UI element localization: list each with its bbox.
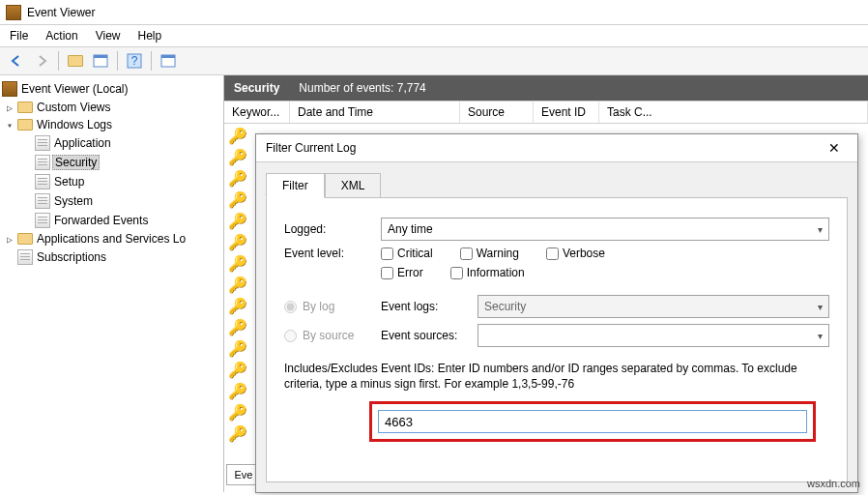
log-icon (35, 193, 50, 209)
toolbar: ? (0, 47, 868, 75)
key-icon: 🔑 (228, 383, 246, 400)
folder-icon (17, 119, 33, 131)
tree-subscriptions[interactable]: Subscriptions (2, 248, 221, 267)
keyword-column: 🔑 🔑 🔑 🔑 🔑 🔑 🔑 🔑 🔑 🔑 🔑 🔑 🔑 🔑 🔑 (224, 124, 249, 445)
col-date[interactable]: Date and Time (290, 102, 460, 123)
radio-by-log: By log (284, 300, 381, 313)
app-icon (2, 81, 17, 97)
folder-icon (17, 233, 33, 245)
log-icon (35, 174, 50, 189)
key-icon: 🔑 (228, 362, 246, 379)
key-icon: 🔑 (228, 128, 246, 145)
menu-action[interactable]: Action (45, 29, 77, 43)
tab-filter-body: Logged: Any time▾ Event level: Critical … (266, 197, 848, 482)
radio-by-source: By source (284, 329, 381, 342)
refresh-button[interactable] (158, 50, 179, 72)
menu-help[interactable]: Help (138, 29, 162, 43)
key-icon: 🔑 (228, 277, 246, 294)
key-icon: 🔑 (228, 319, 246, 336)
expand-icon[interactable]: ▷ (4, 234, 15, 245)
log-icon (17, 249, 33, 265)
tree-custom-views[interactable]: ▷Custom Views (2, 99, 221, 116)
logged-dropdown[interactable]: Any time▾ (381, 218, 829, 241)
key-icon: 🔑 (228, 255, 246, 273)
event-id-input[interactable] (378, 410, 807, 433)
menu-file[interactable]: File (10, 29, 28, 43)
tree-log-security[interactable]: Security (2, 153, 221, 172)
log-icon (35, 135, 50, 151)
menubar: File Action View Help (0, 25, 868, 47)
key-icon: 🔑 (228, 234, 246, 251)
tab-xml[interactable]: XML (325, 173, 382, 198)
key-icon: 🔑 (228, 425, 246, 443)
tree-log-setup[interactable]: Setup (2, 172, 221, 191)
tree-root[interactable]: Event Viewer (Local) (2, 79, 221, 99)
check-information[interactable]: Information (450, 266, 525, 279)
app-icon (6, 5, 21, 20)
tree-apps-services[interactable]: ▷Applications and Services Lo (2, 230, 221, 248)
toolbar-separator (117, 51, 118, 71)
close-button[interactable]: ✕ (821, 140, 848, 156)
tree-windows-logs[interactable]: ▾Windows Logs (2, 116, 221, 133)
expand-icon[interactable]: ▷ (4, 102, 15, 113)
svg-rect-1 (94, 55, 107, 58)
toolbar-separator (58, 51, 59, 71)
label-event-logs: Event logs: (381, 300, 477, 313)
check-warning[interactable]: Warning (460, 247, 519, 260)
event-logs-dropdown: Security▾ (477, 295, 829, 318)
folder-icon (68, 55, 83, 67)
col-source[interactable]: Source (460, 102, 534, 123)
label-logged: Logged: (284, 222, 381, 236)
label-event-sources: Event sources: (381, 329, 477, 342)
folder-icon (17, 102, 33, 113)
svg-text:?: ? (131, 54, 138, 68)
tree-panel: Event Viewer (Local) ▷Custom Views ▾Wind… (0, 75, 224, 492)
dialog-tabs: Filter XML (256, 162, 857, 197)
key-icon: 🔑 (228, 298, 246, 315)
toolbar-separator (151, 51, 152, 71)
titlebar: Event Viewer (0, 0, 868, 25)
window-title: Event Viewer (27, 6, 95, 19)
log-icon (35, 213, 50, 228)
content-header: Security Number of events: 7,774 (224, 75, 868, 101)
watermark: wsxdn.com (807, 478, 860, 489)
log-icon (35, 155, 50, 170)
tab-filter[interactable]: Filter (266, 173, 325, 198)
key-icon: 🔑 (228, 213, 246, 230)
content-header-name: Security (234, 81, 279, 95)
help-button[interactable]: ? (124, 50, 145, 72)
forward-button[interactable] (31, 50, 52, 72)
key-icon: 🔑 (228, 404, 246, 422)
check-critical[interactable]: Critical (381, 247, 433, 260)
col-taskcat[interactable]: Task C... (599, 102, 868, 123)
filter-dialog: Filter Current Log ✕ Filter XML Logged: … (255, 133, 858, 493)
chevron-down-icon: ▾ (818, 224, 823, 235)
event-sources-dropdown[interactable]: ▾ (477, 324, 829, 347)
back-button[interactable] (6, 50, 27, 72)
content-header-count: Number of events: 7,774 (299, 81, 425, 95)
show-tree-button[interactable] (65, 50, 86, 72)
col-keywords[interactable]: Keywor... (224, 102, 290, 123)
label-event-level: Event level: (284, 247, 381, 260)
dialog-titlebar: Filter Current Log ✕ (256, 134, 857, 162)
dialog-title: Filter Current Log (266, 141, 356, 155)
svg-rect-5 (161, 55, 175, 58)
check-error[interactable]: Error (381, 266, 423, 279)
check-verbose[interactable]: Verbose (546, 247, 605, 260)
tree-log-forwarded[interactable]: Forwarded Events (2, 211, 221, 230)
menu-view[interactable]: View (96, 29, 121, 43)
key-icon: 🔑 (228, 191, 246, 209)
key-icon: 🔑 (228, 149, 246, 166)
collapse-icon[interactable]: ▾ (4, 120, 15, 131)
key-icon: 🔑 (228, 170, 246, 188)
tree-log-system[interactable]: System (2, 191, 221, 211)
chevron-down-icon: ▾ (818, 331, 823, 341)
event-id-highlight (369, 401, 816, 442)
chevron-down-icon: ▾ (818, 302, 823, 312)
panel-button[interactable] (90, 50, 111, 72)
event-id-description: Includes/Excludes Event IDs: Enter ID nu… (284, 361, 829, 392)
key-icon: 🔑 (228, 340, 246, 358)
grid-header: Keywor... Date and Time Source Event ID … (224, 102, 868, 124)
tree-log-application[interactable]: Application (2, 133, 221, 153)
col-eventid[interactable]: Event ID (534, 102, 599, 123)
